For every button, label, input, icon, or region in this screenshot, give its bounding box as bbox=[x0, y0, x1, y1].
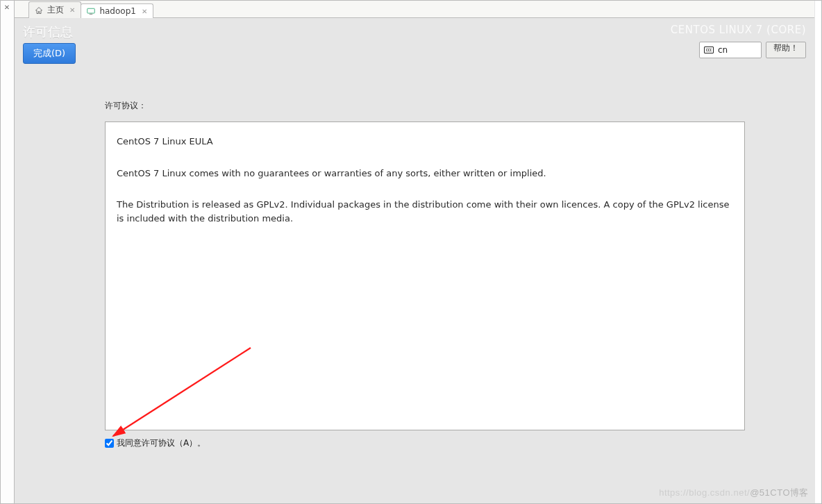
watermark-text: @51CTO博客 bbox=[750, 487, 809, 498]
svg-rect-1 bbox=[90, 14, 93, 15]
agree-row[interactable]: 我同意许可协议（A）。 bbox=[105, 437, 745, 449]
panel-close-button[interactable]: ✕ bbox=[1, 2, 13, 13]
vm-icon bbox=[87, 7, 95, 15]
watermark: https://blog.csdn.net/@51CTO博客 bbox=[659, 487, 809, 499]
keyboard-icon bbox=[704, 47, 714, 53]
license-section-label: 许可协议： bbox=[105, 100, 745, 112]
help-button[interactable]: 帮助！ bbox=[766, 42, 806, 58]
svg-rect-0 bbox=[87, 8, 95, 13]
done-button[interactable]: 完成(D) bbox=[23, 43, 76, 64]
home-icon bbox=[35, 6, 43, 15]
tab-hadoop1[interactable]: hadoop1 ✕ bbox=[81, 3, 153, 18]
watermark-faint: https://blog.csdn.net/ bbox=[659, 487, 750, 498]
keyboard-layout-label: cn bbox=[718, 45, 728, 55]
keyboard-layout-selector[interactable]: cn bbox=[699, 42, 762, 58]
tab-home[interactable]: 主页 ✕ bbox=[28, 1, 81, 18]
tab-close-icon[interactable]: ✕ bbox=[69, 6, 75, 14]
tab-strip: 主页 ✕ hadoop1 ✕ bbox=[15, 1, 814, 18]
agree-label: 我同意许可协议（A）。 bbox=[117, 437, 206, 449]
os-label: CENTOS LINUX 7 (CORE) bbox=[671, 24, 806, 36]
tab-close-icon[interactable]: ✕ bbox=[142, 8, 147, 15]
tab-label: 主页 bbox=[47, 4, 64, 16]
agree-checkbox[interactable] bbox=[105, 439, 114, 448]
eula-paragraph: CentOS 7 Linux comes with no guarantees … bbox=[117, 167, 733, 180]
installer-content: 许可信息 完成(D) CENTOS LINUX 7 (CORE) cn 帮助！ … bbox=[15, 18, 814, 503]
eula-text-box: CentOS 7 Linux EULA CentOS 7 Linux comes… bbox=[105, 121, 745, 430]
eula-title: CentOS 7 Linux EULA bbox=[117, 135, 733, 149]
eula-paragraph: The Distribution is released as GPLv2. I… bbox=[117, 198, 733, 225]
right-edge bbox=[814, 1, 821, 503]
tab-label: hadoop1 bbox=[99, 6, 136, 16]
left-gutter: ✕ bbox=[1, 1, 15, 503]
